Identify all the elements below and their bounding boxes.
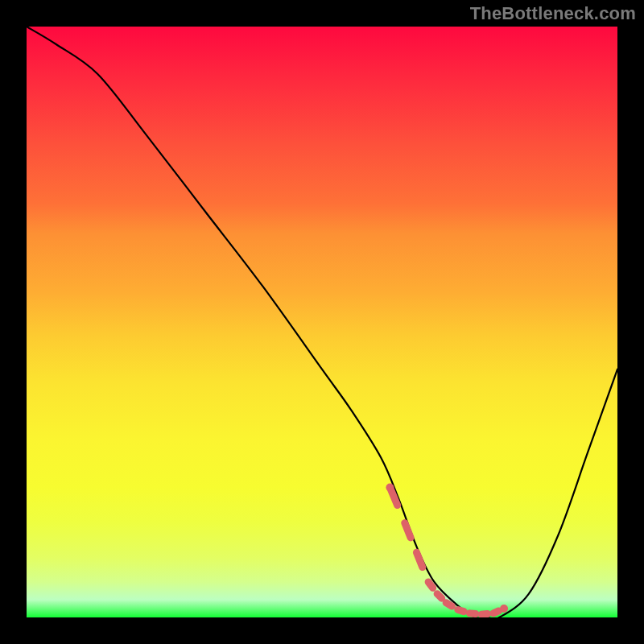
highlight-bead	[416, 552, 422, 567]
curve-overlay	[27, 27, 617, 617]
highlight-bead	[493, 611, 499, 613]
chart-container: TheBottleneck.com	[0, 0, 644, 644]
highlight-bead	[437, 594, 442, 599]
highlight-bead	[481, 614, 487, 615]
highlight-bead	[458, 609, 464, 611]
bottleneck-curve-line	[27, 27, 617, 617]
highlight-bead	[446, 603, 452, 606]
highlight-bead	[428, 582, 433, 588]
highlight-bead	[470, 613, 476, 614]
highlight-bead	[405, 523, 411, 538]
highlight-end-dot	[500, 605, 508, 613]
watermark-text: TheBottleneck.com	[470, 3, 636, 24]
highlight-end-dot	[386, 484, 394, 492]
